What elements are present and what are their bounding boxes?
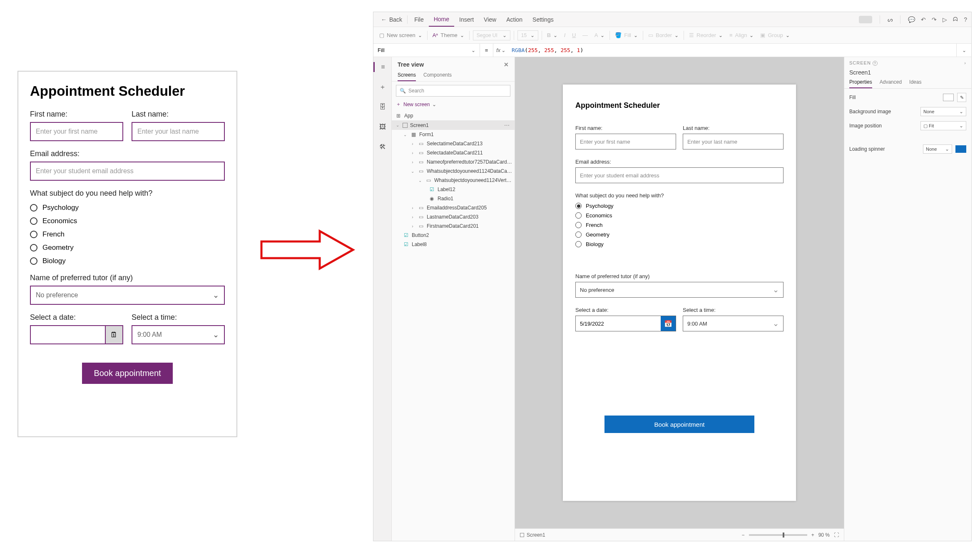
radio-french[interactable]: French: [575, 222, 784, 228]
tree-node[interactable]: ›▭SelectatimeDataCard213: [392, 139, 515, 148]
radio-economics[interactable]: Economics: [30, 217, 225, 225]
align-button[interactable]: ≡Align: [728, 32, 756, 38]
underline-button[interactable]: U: [572, 32, 576, 38]
tab-advanced[interactable]: Advanced: [880, 79, 902, 88]
time-select[interactable]: 9:00 AM ⌄: [683, 316, 784, 331]
strike-button[interactable]: —: [582, 32, 588, 38]
tools-rail-icon[interactable]: 🛠: [378, 142, 388, 152]
first-name-input[interactable]: Enter your first name: [30, 122, 123, 141]
tree-node-form1[interactable]: ⌄▦Form1: [392, 130, 515, 139]
new-screen-button[interactable]: ▢ New screen: [378, 32, 424, 38]
undo-icon[interactable]: ↶: [921, 16, 926, 23]
last-name-input[interactable]: Enter your last name: [132, 122, 225, 141]
font-select[interactable]: Segoe UI: [473, 30, 510, 40]
fx-button[interactable]: fx: [493, 44, 508, 57]
status-screen[interactable]: Screen1: [520, 532, 545, 538]
tab-components[interactable]: Components: [423, 72, 452, 81]
color-picker-button[interactable]: ✎: [957, 93, 966, 102]
fill-swatch[interactable]: [943, 94, 954, 101]
radio-psychology[interactable]: Psychology: [575, 203, 784, 209]
menu-view[interactable]: View: [479, 12, 501, 27]
tree-node-screen1[interactable]: ⌄Screen1⋯: [392, 120, 515, 130]
date-input[interactable]: 🗓: [30, 325, 123, 344]
radio-geometry[interactable]: Geometry: [575, 231, 784, 238]
tab-screens[interactable]: Screens: [398, 72, 416, 81]
tree-node[interactable]: ⌄▭Whatsubjectdoyouneed1124Vert…: [392, 176, 515, 185]
radio-french[interactable]: French: [30, 230, 225, 239]
menu-home[interactable]: Home: [429, 12, 454, 27]
insert-rail-icon[interactable]: ＋: [378, 82, 388, 92]
fill-button[interactable]: 🪣Fill: [613, 32, 639, 38]
bold-button[interactable]: B: [547, 32, 551, 38]
expand-formula-button[interactable]: [956, 44, 971, 57]
info-icon[interactable]: ?: [873, 61, 878, 66]
tutor-select[interactable]: No preference: [30, 286, 225, 305]
font-color-button[interactable]: A: [594, 32, 598, 38]
more-icon[interactable]: ⋯: [504, 122, 512, 128]
border-button[interactable]: ▭Border: [647, 32, 680, 38]
person-icon[interactable]: ᗣ: [953, 16, 958, 23]
close-icon[interactable]: ✕: [504, 61, 509, 68]
share-icon[interactable]: ᔕ: [888, 16, 893, 23]
back-button[interactable]: ← Back: [378, 16, 405, 23]
calendar-icon[interactable]: 🗓: [105, 326, 122, 343]
zoom-slider[interactable]: [749, 534, 807, 536]
spinner-select[interactable]: None: [923, 144, 952, 154]
book-appointment-button[interactable]: Book appointment: [604, 416, 754, 433]
imgpos-select[interactable]: ▢ Fit: [920, 121, 966, 130]
radio-biology[interactable]: Biology: [575, 241, 784, 247]
menu-insert[interactable]: Insert: [454, 12, 479, 27]
tutor-select[interactable]: No preference ⌄: [575, 282, 784, 298]
formula-input[interactable]: RGBA(255, 255, 255, 1): [508, 47, 956, 53]
radio-geometry[interactable]: Geometry: [30, 244, 225, 252]
user-badge[interactable]: [859, 16, 872, 23]
bgimg-select[interactable]: None: [920, 107, 966, 116]
email-input[interactable]: Enter your student email address: [30, 162, 225, 181]
italic-button[interactable]: I: [564, 32, 566, 38]
theme-button[interactable]: Aᵃ Theme: [431, 32, 466, 38]
tree-node[interactable]: ›▭Nameofpreferredtutor7257DataCard…: [392, 157, 515, 167]
tree-node[interactable]: ›▭EmailaddressDataCard205: [392, 203, 515, 212]
chevron-right-icon[interactable]: ›: [964, 60, 966, 66]
media-rail-icon[interactable]: 🖼: [378, 122, 388, 132]
menu-action[interactable]: Action: [501, 12, 527, 27]
fit-screen-icon[interactable]: ⛶: [834, 532, 839, 538]
property-selector[interactable]: Fill: [373, 44, 480, 57]
email-input[interactable]: Enter your student email address: [575, 167, 784, 183]
menu-settings[interactable]: Settings: [527, 12, 559, 27]
radio-biology[interactable]: Biology: [30, 257, 225, 265]
spinner-color-swatch[interactable]: [955, 145, 966, 153]
date-input[interactable]: 5/19/2022 📅: [575, 316, 676, 331]
tree-node-radio1[interactable]: ◉Radio1: [392, 194, 515, 203]
first-name-input[interactable]: Enter your first name: [575, 134, 676, 149]
radio-economics[interactable]: Economics: [575, 212, 784, 219]
comment-icon[interactable]: 💬: [908, 16, 915, 23]
last-name-input[interactable]: Enter your last name: [683, 134, 784, 149]
tree-node[interactable]: ›▭LastnameDataCard203: [392, 212, 515, 222]
data-rail-icon[interactable]: 🗄: [378, 102, 388, 112]
book-appointment-button[interactable]: Book appointment: [82, 363, 172, 384]
tab-ideas[interactable]: Ideas: [909, 79, 921, 88]
zoom-in-button[interactable]: +: [811, 532, 814, 538]
redo-icon[interactable]: ↷: [932, 16, 937, 23]
tree-node[interactable]: ⌄▭Whatsubjectdoyouneed1124DataCar…: [392, 167, 515, 176]
tree-view-rail-icon[interactable]: ≡: [373, 62, 391, 72]
play-icon[interactable]: ▷: [943, 16, 947, 23]
font-size-select[interactable]: 15: [517, 30, 538, 40]
tab-properties[interactable]: Properties: [849, 79, 872, 88]
calendar-icon[interactable]: 📅: [661, 316, 676, 331]
tree-node-app[interactable]: ⊞App: [392, 111, 515, 120]
zoom-out-button[interactable]: −: [742, 532, 745, 538]
tree-node-button2[interactable]: ☑Button2: [392, 231, 515, 240]
tree-node[interactable]: ›▭FirstnameDataCard201: [392, 222, 515, 231]
radio-psychology[interactable]: Psychology: [30, 204, 225, 212]
tree-node-label8[interactable]: ☑Label8: [392, 240, 515, 249]
tree-node-label12[interactable]: ☑Label12: [392, 185, 515, 194]
menu-file[interactable]: File: [409, 12, 429, 27]
tree-new-screen-button[interactable]: ＋ New screen: [396, 101, 510, 108]
group-button[interactable]: ▣Group: [759, 32, 791, 38]
tree-node[interactable]: ›▭SelectadateDataCard211: [392, 148, 515, 157]
time-select[interactable]: 9:00 AM: [132, 325, 225, 344]
help-icon[interactable]: ?: [964, 16, 967, 23]
tree-search-input[interactable]: 🔍 Search: [396, 85, 510, 97]
